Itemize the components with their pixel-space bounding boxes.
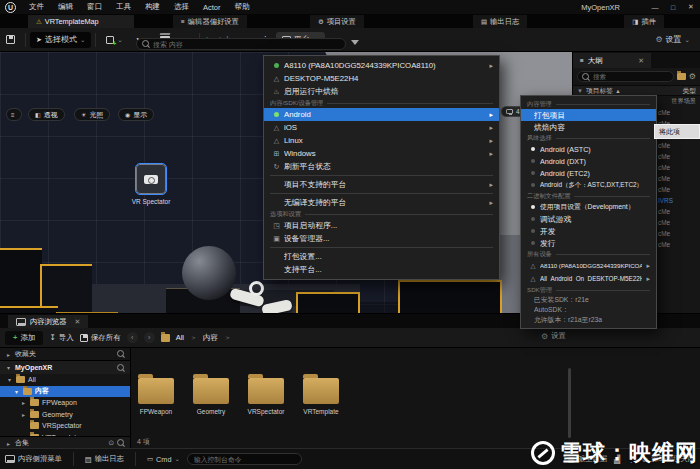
menu-item-use-project-setting[interactable]: 使用项目设置（Development） xyxy=(521,201,656,213)
back-button[interactable]: ‹ xyxy=(127,332,138,343)
filter-icon[interactable] xyxy=(351,40,359,45)
menu-item-refresh-platforms[interactable]: ↻ 刷新平台状态 xyxy=(264,160,499,173)
menu-item-windows[interactable]: ⊞ Windows▸ xyxy=(264,147,499,160)
folder-plus-icon[interactable] xyxy=(677,73,686,80)
content-search[interactable] xyxy=(136,38,346,50)
vr-spectator-sprite[interactable] xyxy=(136,164,166,194)
log-icon: ▤ xyxy=(481,18,487,26)
menu-actor[interactable]: Actor xyxy=(196,0,228,14)
save-button[interactable] xyxy=(0,32,21,48)
settings-dropdown[interactable]: ⚙ 设置 ⌄ xyxy=(649,32,696,48)
outliner-search-input[interactable] xyxy=(593,73,669,80)
target-icon[interactable]: ⊙ xyxy=(108,439,114,447)
menu-item-development[interactable]: 开发 xyxy=(521,225,656,237)
menu-item-device-manager[interactable]: ▣ 设备管理器... xyxy=(264,232,499,245)
menu-item-packaging-settings[interactable]: 打包设置... xyxy=(264,250,499,263)
lit-mode-dropdown[interactable]: ☀ 光照 xyxy=(74,108,110,121)
scene-cube[interactable] xyxy=(296,292,360,313)
scene-cube[interactable] xyxy=(0,306,58,313)
menu-item-linux[interactable]: △ Linux▸ xyxy=(264,134,499,147)
tree-item-all[interactable]: ▾All xyxy=(0,374,130,386)
menu-item-flavor-astc[interactable]: Android (ASTC) xyxy=(521,143,656,155)
scene-cube[interactable] xyxy=(398,280,502,313)
tab-outliner[interactable]: ≡ 大纲 ✕ xyxy=(573,53,651,68)
settings-label: 设置 xyxy=(666,34,682,45)
menu-item-package-project[interactable]: 打包项目 xyxy=(521,109,656,121)
cmd-dropdown[interactable]: ▭ Cmd ⌄ xyxy=(147,455,180,464)
folder-item-vrspectator[interactable]: VRSpectator xyxy=(243,378,289,415)
tree-item-content[interactable]: ▾内容 xyxy=(0,386,130,398)
save-all-button[interactable]: 保存所有 xyxy=(80,333,121,343)
minimize-button[interactable]: — xyxy=(646,0,664,14)
tab-project-settings[interactable]: ⚙ 项目设置 xyxy=(310,15,364,28)
outliner-search[interactable] xyxy=(577,71,674,82)
breadcrumb-root[interactable]: All xyxy=(176,333,184,342)
import-button[interactable]: ↧ 导入 xyxy=(49,333,73,343)
favorites-row[interactable]: ▸ 收藏夹 xyxy=(0,348,130,361)
scene-cube[interactable] xyxy=(0,248,42,308)
add-actor-button[interactable]: ⌄ xyxy=(100,32,128,48)
search-icon[interactable] xyxy=(117,364,125,372)
menu-item-cook-on-the-fly[interactable]: ♨ 启用运行中烘焙 xyxy=(264,85,499,98)
outliner-settings-icon[interactable]: ⚙ xyxy=(689,72,696,81)
tab-plugins[interactable]: ◨ 插件 xyxy=(624,15,664,28)
content-browser-settings[interactable]: ⚙ 设置 xyxy=(541,331,566,341)
tree-item-vrspectator[interactable]: VRSpectator xyxy=(0,420,130,432)
search-icon[interactable] xyxy=(117,439,125,447)
content-drawer-button[interactable]: 内容侧滑菜单 xyxy=(5,454,62,464)
tree-item-fpweapon[interactable]: ▸FPWeapon xyxy=(0,397,130,409)
menu-item-android[interactable]: Android▸ xyxy=(264,108,499,121)
menu-item-no-compiler-platforms[interactable]: 无编译支持的平台▸ xyxy=(264,196,499,209)
perspective-dropdown[interactable]: ◧ 透视 xyxy=(28,108,65,121)
tab-level[interactable]: ⚠ VRTemplateMap xyxy=(28,15,134,28)
menu-item-project-launcher[interactable]: ◳ 项目启动程序... xyxy=(264,219,499,232)
menu-item-supported-platforms[interactable]: 支持平台... xyxy=(264,263,499,276)
close-icon[interactable]: ✕ xyxy=(638,57,644,65)
menu-select[interactable]: 选择 xyxy=(167,0,196,14)
console-command-input[interactable] xyxy=(187,453,302,465)
menu-edit[interactable]: 编辑 xyxy=(51,0,80,14)
tab-editor-preferences[interactable]: ≡ 编辑器偏好设置 xyxy=(173,15,247,28)
tree-item-geometry[interactable]: ▸Geometry xyxy=(0,409,130,421)
tab-content-browser[interactable]: 内容浏览器 ✕ xyxy=(8,315,88,328)
project-row[interactable]: ▾ MyOpenXR xyxy=(0,361,130,374)
menu-item-device-all-android[interactable]: △ All_Android_On_DESKTOP-M5E22H4▸ xyxy=(521,272,656,285)
menu-item-device-a8110[interactable]: A8110 (PA8A10DGG5244339KPICOA8110)▸ xyxy=(264,59,499,72)
menu-item-device-a8110[interactable]: △ A8110 (PA8A10DGG5244339KPICOA8110)▸ xyxy=(521,259,656,272)
menu-help[interactable]: 帮助 xyxy=(228,0,257,14)
search-icon[interactable] xyxy=(117,350,125,358)
close-button[interactable]: ✕ xyxy=(682,0,700,14)
close-icon[interactable]: ✕ xyxy=(74,318,80,326)
menu-file[interactable]: 文件 xyxy=(22,0,51,14)
menu-window[interactable]: 窗口 xyxy=(80,0,109,14)
menu-item-shipping[interactable]: 发行 xyxy=(521,237,656,249)
select-mode-dropdown[interactable]: ➤ 选择模式 ⌄ xyxy=(30,32,91,48)
menu-item-cook-content[interactable]: 烘焙内容 xyxy=(521,121,656,133)
scrollbar[interactable] xyxy=(568,368,571,438)
forward-button[interactable]: › xyxy=(144,332,155,343)
viewport-menu-button[interactable]: ≡ xyxy=(6,108,22,121)
folder-item-vrtemplate[interactable]: VRTemplate xyxy=(298,378,344,415)
menu-item-desktop[interactable]: △ DESKTOP-M5E22H4 xyxy=(264,72,499,85)
add-button[interactable]: + 添加 xyxy=(5,331,43,345)
menu-tools[interactable]: 工具 xyxy=(109,0,138,14)
show-dropdown[interactable]: ◉ 显示 xyxy=(118,108,154,121)
folder-item-fpweapon[interactable]: FPWeapon xyxy=(133,378,179,415)
output-log-button[interactable]: ▤ 输出日志 xyxy=(85,454,124,464)
tab-output-log[interactable]: ▤ 输出日志 xyxy=(473,15,527,28)
folder-item-geometry[interactable]: Geometry xyxy=(188,378,234,415)
plus-icon: + xyxy=(13,333,17,342)
filter-icon[interactable]: ▼ xyxy=(577,88,583,94)
menu-item-ios[interactable]: △ iOS▸ xyxy=(264,121,499,134)
menu-item-unsupported-platforms[interactable]: 项目不支持的平台▸ xyxy=(264,178,499,191)
scene-sphere[interactable] xyxy=(182,246,236,300)
menu-item-flavor-etc2[interactable]: Android (ETC2) xyxy=(521,167,656,179)
maximize-button[interactable]: □ xyxy=(664,0,682,14)
content-search-input[interactable] xyxy=(153,41,340,48)
menu-item-flavor-dxt[interactable]: Android (DXT) xyxy=(521,155,656,167)
menu-build[interactable]: 构建 xyxy=(138,0,167,14)
tab-project-label: 项目设置 xyxy=(327,17,356,27)
menu-item-debug-game[interactable]: 调试游戏 xyxy=(521,213,656,225)
menu-item-flavor-multi[interactable]: Android（多个：ASTC,DXT,ETC2） xyxy=(521,179,656,191)
breadcrumb-content[interactable]: 内容 xyxy=(203,333,218,343)
